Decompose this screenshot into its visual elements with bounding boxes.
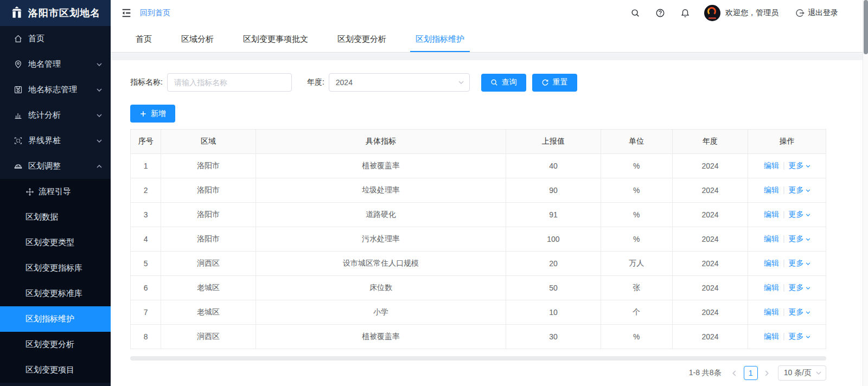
table-row: 5涧西区设市城区常住人口规模20万人2024 编辑|更多 [131, 252, 826, 276]
sidebar-menu: 首页 地名管理 地名标志管理 统计分析 [0, 26, 111, 383]
pagination-total: 1-8 共8条 [689, 368, 722, 378]
reset-button[interactable]: 重置 [532, 74, 577, 92]
chevron-down-icon [816, 371, 821, 375]
tab-indicator-maintain[interactable]: 区划指标维护 [410, 26, 470, 52]
chevron-down-icon [806, 262, 810, 265]
logout-button[interactable]: 退出登录 [795, 8, 838, 18]
col-header-actions: 操作 [748, 130, 826, 154]
more-dropdown[interactable]: 更多 [789, 234, 810, 244]
chevron-down-icon [806, 311, 810, 314]
help-icon[interactable] [655, 8, 665, 18]
chevron-down-icon [97, 139, 102, 143]
edit-link[interactable]: 编辑 [764, 161, 779, 170]
bar-chart-icon [14, 111, 23, 120]
tab-home[interactable]: 首页 [130, 26, 157, 52]
chevron-down-icon [458, 81, 464, 84]
sidebar-item-statistics[interactable]: 统计分析 [0, 102, 111, 128]
sidebar-item-placename-mgmt[interactable]: 地名管理 [0, 52, 111, 77]
sidebar-subitem-indicator-maintain[interactable]: 区划指标维护 [0, 306, 111, 332]
col-header-region: 区域 [161, 130, 256, 154]
more-dropdown[interactable]: 更多 [789, 161, 810, 171]
col-header-value: 上报值 [506, 130, 601, 154]
move-icon [25, 188, 34, 196]
add-button[interactable]: 新增 [130, 105, 175, 123]
sidebar-item-sign-mgmt[interactable]: 地名标志管理 [0, 77, 111, 102]
search-icon [490, 79, 498, 86]
sidebar-subitem-process-guide[interactable]: 流程引导 [0, 179, 111, 204]
edit-link[interactable]: 编辑 [764, 259, 779, 267]
more-dropdown[interactable]: 更多 [789, 307, 810, 317]
edit-link[interactable]: 编辑 [764, 307, 779, 316]
indicator-table: 序号 区域 具体指标 上报值 单位 年度 操作 1洛阳市植被覆盖率40%2024… [130, 129, 826, 349]
more-dropdown[interactable]: 更多 [789, 283, 810, 293]
year-select[interactable]: 2024 [329, 73, 470, 92]
table-row: 2洛阳市垃圾处理率90%2024 编辑|更多 [131, 178, 826, 203]
pagination: 1-8 共8条 1 10 条/页 [130, 365, 826, 381]
page-scrollbar[interactable] [863, 0, 868, 386]
collapse-sidebar-icon[interactable] [120, 7, 132, 19]
main-content: 指标名称: 年度: 2024 查询 重置 新增 [111, 60, 868, 386]
save-icon [14, 85, 23, 94]
table-header-row: 序号 区域 具体指标 上报值 单位 年度 操作 [131, 130, 826, 154]
page-number-button[interactable]: 1 [744, 366, 758, 380]
col-header-year: 年度 [672, 130, 748, 154]
sidebar-item-zoning-adjust[interactable]: 区划调整 [0, 153, 111, 179]
topbar: 回到首页 欢迎您，管理员 退出登录 [111, 0, 868, 26]
sidebar-item-home[interactable]: 首页 [0, 26, 111, 52]
sidebar-subitem-indicator-lib[interactable]: 区划变更指标库 [0, 255, 111, 281]
bell-icon[interactable] [680, 8, 690, 18]
more-dropdown[interactable]: 更多 [789, 210, 810, 220]
chevron-down-icon [806, 238, 810, 241]
page-size-select[interactable]: 10 条/页 [778, 365, 826, 381]
table-row: 8涧西区植被覆盖率30%2024 编辑|更多 [131, 325, 826, 349]
edit-link[interactable]: 编辑 [764, 234, 779, 243]
helmet-icon [14, 162, 23, 171]
indicator-name-input[interactable] [167, 73, 292, 92]
year-label: 年度: [307, 78, 324, 87]
back-home-link[interactable]: 回到首页 [140, 8, 170, 18]
search-button[interactable]: 查询 [481, 74, 526, 92]
sidebar-subitem-change-type[interactable]: 区划变更类型 [0, 230, 111, 255]
table-row: 6老城区床位数50张2024 编辑|更多 [131, 276, 826, 300]
sidebar-subitem-zoning-data[interactable]: 区划数据 [0, 204, 111, 230]
table-row: 7老城区小学10个2024 编辑|更多 [131, 300, 826, 325]
table-horizontal-scrollbar[interactable] [130, 356, 826, 361]
edit-link[interactable]: 编辑 [764, 185, 779, 194]
edit-link[interactable]: 编辑 [764, 332, 779, 340]
chevron-down-icon [806, 336, 810, 338]
sidebar-subitem-change-project[interactable]: 区划变更项目 [0, 357, 111, 383]
plus-icon [139, 110, 147, 118]
more-dropdown[interactable]: 更多 [789, 332, 810, 342]
avatar[interactable] [704, 5, 720, 21]
tab-region-analysis[interactable]: 区域分析 [176, 26, 219, 52]
table-row: 1洛阳市植被覆盖率40%2024 编辑|更多 [131, 154, 826, 178]
content-divider-band [111, 53, 868, 60]
chevron-down-icon [97, 114, 102, 117]
sidebar-item-boundary[interactable]: 界线界桩 [0, 128, 111, 153]
col-header-index: 序号 [131, 130, 161, 154]
chevron-down-icon [97, 88, 102, 92]
search-icon[interactable] [630, 8, 640, 18]
table-row: 4洛阳市污水处理率100%2024 编辑|更多 [131, 227, 826, 252]
filter-row: 指标名称: 年度: 2024 查询 重置 [130, 73, 826, 92]
tabbar: 首页 区域分析 区划变更事项批文 区划变更分析 区划指标维护 [111, 26, 868, 53]
next-page-icon[interactable] [762, 366, 773, 379]
chevron-up-icon [97, 165, 102, 168]
edit-link[interactable]: 编辑 [764, 210, 779, 218]
prev-page-icon[interactable] [729, 366, 740, 379]
zoning-adjust-submenu: 流程引导 区划数据 区划变更类型 区划变更指标库 区划变更标准库 区划指标维护 … [0, 179, 111, 383]
chevron-down-icon [806, 189, 810, 192]
more-dropdown[interactable]: 更多 [789, 185, 810, 195]
sidebar-subitem-standard-lib[interactable]: 区划变更标准库 [0, 281, 111, 306]
tab-change-analysis[interactable]: 区划变更分析 [332, 26, 392, 52]
more-dropdown[interactable]: 更多 [789, 259, 810, 268]
sidebar: 洛阳市区划地名 首页 地名管理 地名标志管理 统计 [0, 0, 111, 386]
indicator-table-wrapper: 序号 区域 具体指标 上报值 单位 年度 操作 1洛阳市植被覆盖率40%2024… [130, 129, 826, 349]
tab-change-approval[interactable]: 区划变更事项批文 [238, 26, 314, 52]
home-icon [14, 34, 23, 43]
edit-link[interactable]: 编辑 [764, 283, 779, 292]
scrollbar-thumb[interactable] [864, 0, 868, 54]
sidebar-subitem-change-analysis[interactable]: 区划变更分析 [0, 332, 111, 357]
frame-icon [14, 136, 23, 145]
chevron-down-icon [806, 287, 810, 290]
